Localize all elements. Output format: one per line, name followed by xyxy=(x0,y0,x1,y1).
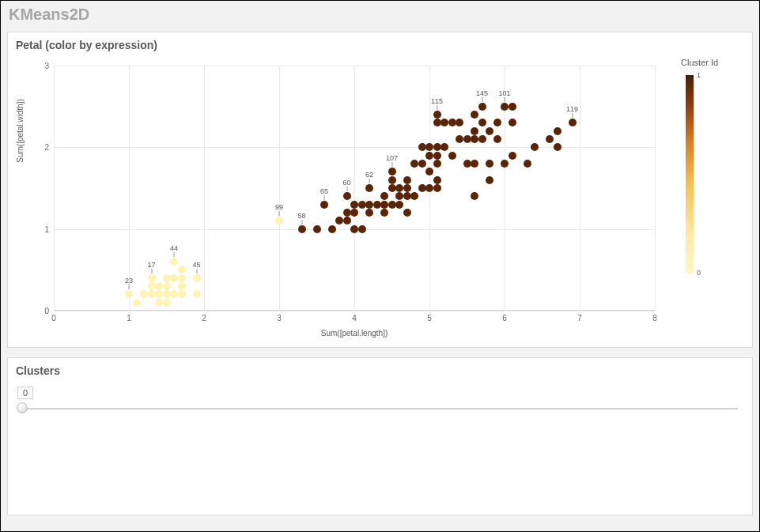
data-point[interactable] xyxy=(365,209,373,217)
data-point[interactable] xyxy=(155,282,163,290)
data-point[interactable] xyxy=(486,127,493,135)
data-point[interactable] xyxy=(365,184,373,192)
data-point[interactable] xyxy=(193,290,201,298)
data-point[interactable] xyxy=(155,290,163,298)
data-point[interactable] xyxy=(440,119,448,126)
data-point[interactable] xyxy=(554,143,561,151)
data-point[interactable] xyxy=(358,201,366,209)
data-point[interactable] xyxy=(133,299,141,307)
data-point[interactable] xyxy=(380,192,388,200)
slider-thumb[interactable] xyxy=(17,402,28,413)
data-point[interactable] xyxy=(403,192,411,200)
data-point[interactable] xyxy=(125,290,133,298)
data-point[interactable] xyxy=(569,119,577,126)
data-point[interactable] xyxy=(410,160,418,168)
data-point[interactable] xyxy=(178,274,186,282)
data-point[interactable] xyxy=(471,192,478,200)
data-point[interactable] xyxy=(418,160,426,168)
data-point[interactable] xyxy=(178,290,186,298)
data-point[interactable] xyxy=(433,143,441,151)
data-point[interactable] xyxy=(456,135,463,143)
data-point[interactable] xyxy=(463,160,471,168)
data-point[interactable] xyxy=(350,201,358,209)
data-point[interactable] xyxy=(493,119,501,126)
data-point[interactable] xyxy=(388,176,396,184)
data-point[interactable] xyxy=(486,160,493,168)
data-point[interactable] xyxy=(163,299,171,307)
data-point[interactable] xyxy=(170,258,178,266)
data-point[interactable] xyxy=(170,290,178,298)
data-point[interactable] xyxy=(380,201,388,209)
data-point[interactable] xyxy=(509,152,516,160)
data-point[interactable] xyxy=(343,192,351,200)
data-point[interactable] xyxy=(501,103,509,111)
data-point[interactable] xyxy=(418,143,426,151)
data-point[interactable] xyxy=(170,274,178,282)
data-point[interactable] xyxy=(395,184,403,192)
data-point[interactable] xyxy=(155,299,163,307)
data-point[interactable] xyxy=(425,152,433,160)
slider-track[interactable] xyxy=(19,404,741,413)
data-point[interactable] xyxy=(433,160,441,168)
data-point[interactable] xyxy=(486,176,493,184)
data-point[interactable] xyxy=(380,209,388,217)
data-point[interactable] xyxy=(298,225,306,233)
data-point[interactable] xyxy=(463,135,471,143)
data-point[interactable] xyxy=(546,135,554,143)
data-point[interactable] xyxy=(478,135,486,143)
data-point[interactable] xyxy=(524,160,531,168)
data-point[interactable] xyxy=(425,168,433,175)
data-point[interactable] xyxy=(456,119,463,126)
data-point[interactable] xyxy=(433,111,441,119)
data-point[interactable] xyxy=(509,103,516,111)
data-point[interactable] xyxy=(350,225,358,233)
data-point[interactable] xyxy=(140,290,148,298)
data-point[interactable] xyxy=(493,135,501,143)
data-point[interactable] xyxy=(403,176,411,184)
data-point[interactable] xyxy=(388,184,396,192)
data-point[interactable] xyxy=(148,274,156,282)
data-point[interactable] xyxy=(433,176,441,184)
data-point[interactable] xyxy=(471,160,478,168)
scatter-chart[interactable]: Petal (color by expression) Sum([petal.l… xyxy=(7,32,753,348)
data-point[interactable] xyxy=(471,127,478,135)
data-point[interactable] xyxy=(448,119,456,126)
data-point[interactable] xyxy=(313,225,321,233)
data-point[interactable] xyxy=(163,282,171,290)
data-point[interactable] xyxy=(178,282,186,290)
data-point[interactable] xyxy=(388,201,396,209)
data-point[interactable] xyxy=(395,192,403,200)
data-point[interactable] xyxy=(373,201,381,209)
data-point[interactable] xyxy=(418,184,426,192)
data-point[interactable] xyxy=(328,225,336,233)
data-point[interactable] xyxy=(410,192,418,200)
data-point[interactable] xyxy=(358,225,366,233)
data-point[interactable] xyxy=(531,143,539,151)
data-point[interactable] xyxy=(163,274,171,282)
data-point[interactable] xyxy=(335,217,343,224)
data-point[interactable] xyxy=(501,160,509,168)
data-point[interactable] xyxy=(350,209,358,217)
data-point[interactable] xyxy=(403,184,411,192)
data-point[interactable] xyxy=(395,201,403,209)
data-point[interactable] xyxy=(425,143,433,151)
data-point[interactable] xyxy=(509,119,516,126)
data-point[interactable] xyxy=(365,201,373,209)
data-point[interactable] xyxy=(275,217,283,224)
data-point[interactable] xyxy=(388,168,396,175)
data-point[interactable] xyxy=(433,152,441,160)
data-point[interactable] xyxy=(478,119,486,126)
data-point[interactable] xyxy=(433,184,441,192)
data-point[interactable] xyxy=(478,103,486,111)
data-point[interactable] xyxy=(148,290,156,298)
data-point[interactable] xyxy=(425,184,433,192)
data-point[interactable] xyxy=(343,217,351,224)
data-point[interactable] xyxy=(193,274,201,282)
data-point[interactable] xyxy=(433,119,441,126)
data-point[interactable] xyxy=(163,290,171,298)
data-point[interactable] xyxy=(320,201,328,209)
data-point[interactable] xyxy=(343,209,351,217)
data-point[interactable] xyxy=(148,282,156,290)
data-point[interactable] xyxy=(178,266,186,274)
data-point[interactable] xyxy=(471,111,478,119)
